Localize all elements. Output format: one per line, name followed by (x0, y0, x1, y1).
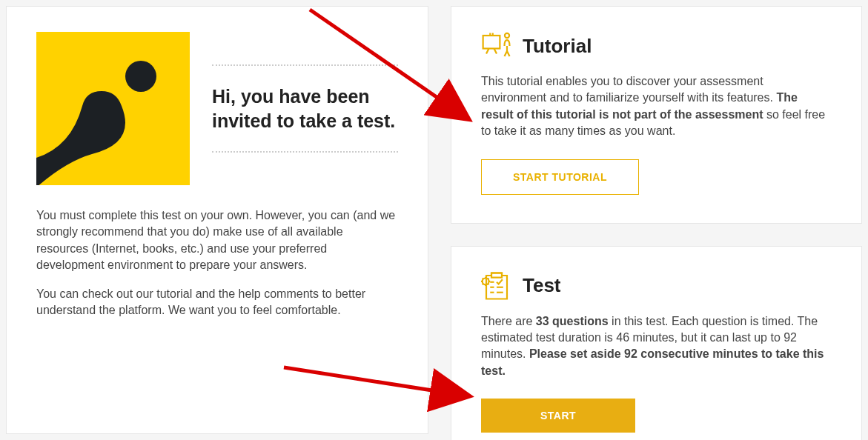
intro-text-2: You can check out our tutorial and the h… (36, 286, 398, 319)
test-title: Test (523, 274, 561, 297)
invitation-card: Hi, you have been invited to take a test… (6, 6, 428, 434)
svg-rect-2 (483, 36, 500, 49)
start-tutorial-button[interactable]: START TUTORIAL (481, 159, 639, 195)
tutorial-title: Tutorial (523, 35, 592, 58)
company-logo (36, 32, 190, 185)
divider-bottom (212, 151, 398, 153)
test-card: Test There are 33 questions in this test… (451, 246, 862, 440)
tutorial-card: Tutorial This tutorial enables you to di… (451, 6, 862, 224)
test-icon (481, 270, 512, 301)
tutorial-icon (481, 30, 512, 61)
invitation-heading: Hi, you have been invited to take a test… (212, 66, 398, 151)
test-description: There are 33 questions in this test. Eac… (481, 313, 832, 380)
svg-rect-11 (491, 273, 502, 277)
svg-point-7 (505, 33, 509, 38)
svg-point-1 (125, 61, 156, 92)
intro-text-1: You must complete this test on your own.… (36, 207, 398, 274)
start-test-button[interactable]: START (481, 399, 635, 433)
tutorial-description: This tutorial enables you to discover yo… (481, 73, 832, 140)
svg-line-10 (507, 51, 510, 56)
